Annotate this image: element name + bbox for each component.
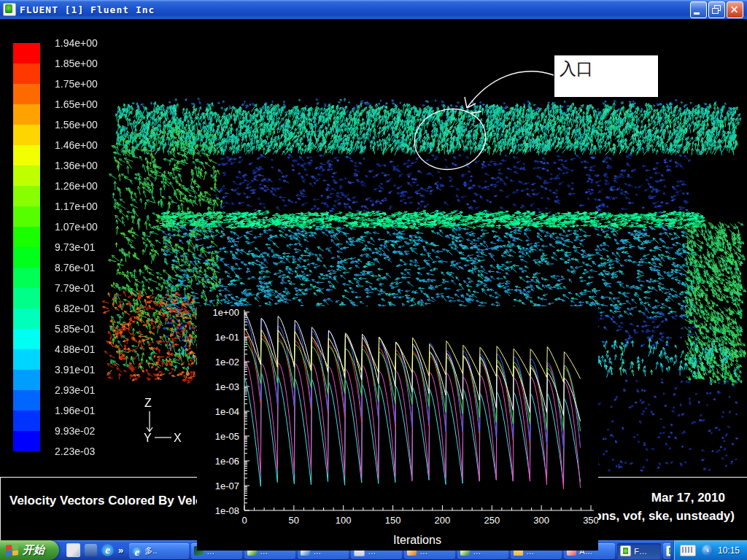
x-axis-title: Iterations <box>393 534 441 546</box>
legend-segment <box>13 247 40 268</box>
legend-label: 1.65e+00 <box>55 98 98 111</box>
legend-label: 9.93e-02 <box>55 424 95 438</box>
ie-icon[interactable]: e <box>101 544 114 556</box>
legend-segment <box>13 125 40 145</box>
fluent-icon <box>620 545 631 556</box>
window-controls <box>690 1 747 18</box>
start-label: 开始 <box>23 543 44 557</box>
legend-segment <box>13 104 40 125</box>
legend-label: 1.17e+00 <box>55 200 98 213</box>
legend-label: 1.36e+00 <box>55 159 98 172</box>
legend-label: 4.88e-01 <box>55 343 95 356</box>
title-bar[interactable]: FLUENT [1] Fluent Inc <box>0 0 747 19</box>
x-tick-label: 100 <box>336 515 352 526</box>
y-tick-label: 1e-01 <box>215 332 239 343</box>
legend-label: 3.91e-01 <box>55 363 95 376</box>
windows-flag-icon <box>6 544 19 557</box>
legend-segment <box>13 43 40 63</box>
y-tick-label: 1e-02 <box>215 357 239 368</box>
legend-label: 2.23e-03 <box>55 445 95 458</box>
x-tick-label: 150 <box>385 515 401 526</box>
tray-circle-icon[interactable]: ‹ <box>702 545 713 556</box>
legend-label: 1.26e+00 <box>55 179 98 192</box>
legend-segment <box>13 390 40 411</box>
legend-segment <box>13 63 40 84</box>
x-tick-label: 0 <box>241 515 247 526</box>
color-legend: 1.94e+001.85e+001.75e+001.65e+001.56e+00… <box>13 36 137 481</box>
system-tray: ‹ 10:15 <box>673 540 747 560</box>
legend-segment <box>13 411 40 431</box>
legend-segment <box>13 288 40 308</box>
legend-segment <box>13 186 40 206</box>
legend-label: 1.46e+00 <box>55 139 98 152</box>
residuals-plot: 1e+001e-011e-021e-031e-041e-051e-061e-07… <box>197 306 598 551</box>
legend-label: 9.73e-01 <box>55 241 95 254</box>
x-tick-label: 200 <box>435 515 451 526</box>
legend-segment <box>13 145 40 166</box>
x-tick-label: 50 <box>289 515 299 526</box>
legend-label: 1.85e+00 <box>55 57 98 70</box>
legend-segment <box>13 349 40 370</box>
caption-solver-info: bns, vof, ske, unsteady) <box>594 509 735 524</box>
y-tick-label: 1e+00 <box>212 307 239 318</box>
taskbar-button-label: F… <box>634 547 647 556</box>
legend-label: 1.07e+00 <box>55 220 98 233</box>
y-tick-label: 1e-03 <box>215 381 239 392</box>
legend-segment <box>13 206 40 227</box>
legend-segment <box>13 431 40 451</box>
x-tick-label: 350 <box>583 515 598 526</box>
taskbar-button[interactable]: e多.. <box>129 543 189 559</box>
annotation-ellipse <box>409 103 492 176</box>
axis-z-label: Z <box>144 397 152 409</box>
minimize-button[interactable] <box>690 1 707 18</box>
legend-segment <box>13 308 40 329</box>
legend-segment <box>13 329 40 349</box>
taskbar-button[interactable]: F… <box>663 543 670 559</box>
axis-y-label: Y <box>144 432 152 444</box>
legend-segment <box>13 227 40 247</box>
legend-label: 8.76e-01 <box>55 261 95 274</box>
caption-date: Mar 17, 2010 <box>651 491 725 505</box>
legend-label: 1.75e+00 <box>55 77 98 90</box>
y-tick-label: 1e-07 <box>215 481 239 491</box>
taskbar-button[interactable]: F… <box>617 543 661 559</box>
axis-x-label: X <box>174 432 182 444</box>
msn-icon[interactable] <box>85 544 97 556</box>
taskbar-button-label: 多.. <box>144 545 157 556</box>
keyboard-language-icon[interactable] <box>680 545 696 556</box>
axis-triad: Z Y X <box>135 394 186 448</box>
annotation-label: 入口 <box>554 55 658 80</box>
start-button[interactable]: 开始 <box>0 540 59 560</box>
legend-label: 2.93e-01 <box>55 384 95 397</box>
annotation-callout-box: 入口 <box>554 55 658 97</box>
fluent-window: FLUENT [1] Fluent Inc 1.94e+001.85e+001.… <box>0 0 747 560</box>
y-tick-label: 1e-08 <box>215 505 239 516</box>
legend-segment <box>13 268 40 288</box>
ie-icon: e <box>132 546 142 556</box>
chevron-right-icon[interactable]: » <box>118 545 123 556</box>
close-button[interactable] <box>727 1 743 18</box>
restore-button[interactable] <box>708 1 725 18</box>
window-title: FLUENT [1] Fluent Inc <box>20 4 155 15</box>
legend-label: 7.79e-01 <box>55 281 95 295</box>
legend-segment <box>13 84 40 104</box>
tray-clock[interactable]: 10:15 <box>718 545 740 556</box>
fluent-app-icon <box>3 3 16 16</box>
x-tick-label: 250 <box>484 515 500 526</box>
legend-label: 1.96e-01 <box>55 404 95 417</box>
legend-label: 5.85e-01 <box>55 322 95 335</box>
legend-label: 1.56e+00 <box>55 118 98 131</box>
y-tick-label: 1e-04 <box>215 406 239 417</box>
fluent-icon <box>666 545 670 556</box>
quick-launch: e » <box>59 543 129 557</box>
legend-label: 6.82e-01 <box>55 302 95 315</box>
legend-label: 1.94e+00 <box>55 36 98 50</box>
graphics-area: 1.94e+001.85e+001.75e+001.65e+001.56e+00… <box>0 19 747 540</box>
caption-title: Velocity Vectors Colored By Velo <box>9 494 204 508</box>
y-tick-label: 1e-06 <box>215 456 239 467</box>
x-tick-label: 300 <box>533 515 549 526</box>
legend-segment <box>13 370 40 390</box>
app-window-icon[interactable] <box>66 543 80 557</box>
legend-color-bar <box>13 43 40 451</box>
legend-segment <box>13 166 40 186</box>
